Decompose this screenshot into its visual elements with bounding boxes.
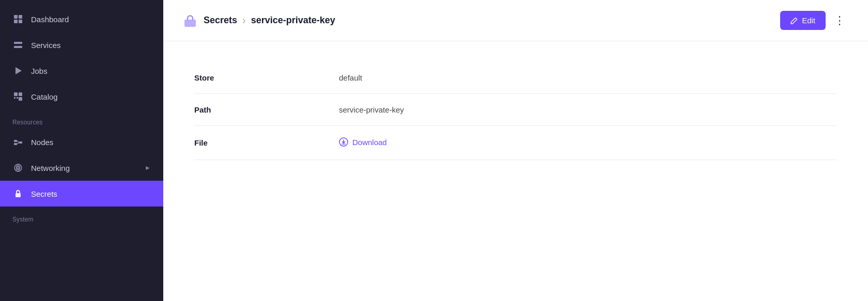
svg-rect-7 [14,92,18,96]
sidebar-item-label: Jobs [31,67,48,75]
services-icon [12,39,24,51]
table-row: Store default [194,62,837,94]
sidebar-item-catalog[interactable]: Catalog [0,84,163,109]
svg-rect-3 [19,20,22,23]
main-content: Secrets › service-private-key Edit ⋮ Sto… [163,0,868,301]
sidebar-item-label: Dashboard [31,15,69,24]
store-value: default [339,62,837,94]
path-value: service-private-key [339,94,837,126]
chevron-right-icon: ► [145,164,151,171]
detail-content: Store default Path service-private-key F… [163,41,868,301]
sidebar-item-secrets[interactable]: Secrets [0,181,163,207]
catalog-icon [12,91,24,102]
svg-rect-11 [19,97,22,101]
path-label: Path [194,94,339,126]
sidebar-item-label: Catalog [31,92,58,101]
svg-rect-21 [16,193,21,197]
svg-rect-8 [19,92,22,96]
file-label: File [194,126,339,160]
sidebar-item-label: Nodes [31,138,53,147]
svg-rect-9 [14,97,16,99]
breadcrumb-separator: › [242,14,246,26]
svg-rect-22 [184,20,196,27]
detail-table: Store default Path service-private-key F… [194,62,837,160]
download-link[interactable]: Download [339,137,387,147]
breadcrumb-current: service-private-key [251,15,335,26]
svg-rect-0 [14,15,18,19]
table-row: File Download [194,126,837,160]
networking-icon [12,162,24,173]
sidebar-item-label: Networking [31,164,70,172]
table-row: Path service-private-key [194,94,837,126]
page-header: Secrets › service-private-key Edit ⋮ [163,0,868,41]
svg-rect-2 [14,20,18,23]
svg-rect-14 [19,141,22,144]
dashboard-icon [12,13,24,25]
sidebar-item-jobs[interactable]: Jobs [0,58,163,84]
sidebar-item-services[interactable]: Services [0,32,163,58]
header-actions: Edit ⋮ [780,11,849,30]
secrets-icon [12,188,24,199]
edit-icon [791,17,798,24]
sidebar-item-nodes[interactable]: Nodes [0,129,163,155]
sidebar-item-label: Secrets [31,189,57,198]
edit-button[interactable]: Edit [780,11,826,30]
svg-rect-4 [14,42,22,44]
sidebar: Dashboard Services Jobs [0,0,163,301]
svg-rect-5 [14,46,22,48]
svg-line-16 [17,142,19,144]
store-label: Store [194,62,339,94]
breadcrumb-secrets-icon [182,12,198,29]
svg-rect-13 [14,143,17,145]
download-icon [339,137,348,147]
sidebar-item-networking[interactable]: Networking ► [0,155,163,181]
sidebar-item-dashboard[interactable]: Dashboard [0,6,163,32]
svg-rect-10 [17,97,18,99]
svg-marker-6 [16,67,22,74]
resources-section-label: Resources [0,109,163,129]
nodes-icon [12,136,24,148]
jobs-icon [12,65,24,76]
breadcrumb-parent: Secrets [204,15,237,26]
sidebar-item-label: Services [31,41,61,50]
more-options-button[interactable]: ⋮ [830,12,849,29]
svg-rect-12 [14,140,17,142]
system-section-label: System [0,207,163,226]
breadcrumb: Secrets › service-private-key [182,12,335,29]
file-value: Download [339,126,837,160]
svg-rect-1 [19,15,22,19]
